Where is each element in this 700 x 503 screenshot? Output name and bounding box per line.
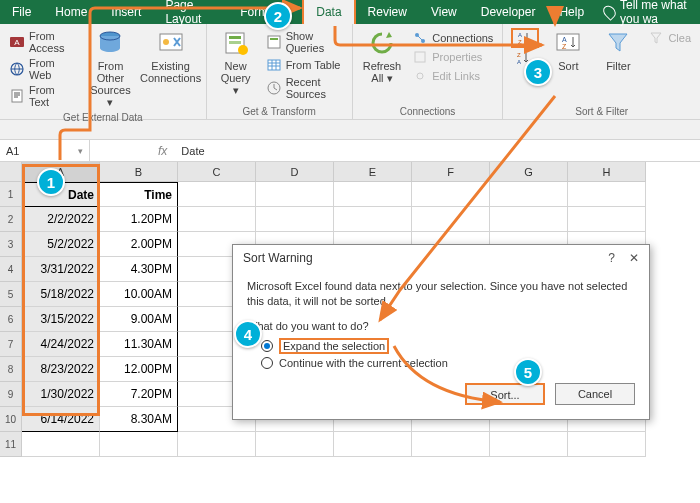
svg-point-7	[163, 39, 169, 45]
select-all-corner[interactable]	[0, 162, 22, 182]
tab-view[interactable]: View	[419, 0, 469, 24]
row-header[interactable]: 5	[0, 282, 22, 307]
col-header[interactable]: G	[490, 162, 568, 182]
dialog-message: Microsoft Excel found data next to your …	[247, 279, 635, 310]
col-header[interactable]: D	[256, 162, 334, 182]
cell[interactable]: 7.20PM	[100, 382, 178, 407]
show-queries-button[interactable]: Show Queries	[263, 29, 346, 55]
cell[interactable]: 4.30PM	[100, 257, 178, 282]
row-header[interactable]: 4	[0, 257, 22, 282]
row-header[interactable]: 9	[0, 382, 22, 407]
tab-review[interactable]: Review	[356, 0, 419, 24]
col-header[interactable]: H	[568, 162, 646, 182]
cell[interactable]: 1/30/2022	[22, 382, 100, 407]
cell[interactable]: 6/14/2022	[22, 407, 100, 432]
col-header[interactable]: C	[178, 162, 256, 182]
step-3: 3	[524, 58, 552, 86]
cell[interactable]: 8.30AM	[100, 407, 178, 432]
row-header[interactable]: 2	[0, 207, 22, 232]
row-header[interactable]: 8	[0, 357, 22, 382]
group-label: Sort & Filter	[509, 104, 694, 119]
row-header[interactable]: 10	[0, 407, 22, 432]
cell[interactable]	[490, 182, 568, 207]
tab-insert[interactable]: Insert	[99, 0, 153, 24]
fx-icon[interactable]: fx	[150, 144, 175, 158]
radio-expand[interactable]: Expand the selection	[261, 338, 635, 354]
newquery-icon	[221, 28, 251, 58]
row-header[interactable]: 7	[0, 332, 22, 357]
cell[interactable]: 12.00PM	[100, 357, 178, 382]
cell[interactable]: 11.30AM	[100, 332, 178, 357]
svg-rect-18	[415, 52, 425, 62]
cancel-button[interactable]: Cancel	[555, 383, 635, 405]
cell[interactable]: 3/15/2022	[22, 307, 100, 332]
cell[interactable]: 1.20PM	[100, 207, 178, 232]
step-1: 1	[37, 168, 65, 196]
cell[interactable]	[334, 182, 412, 207]
cell[interactable]: 5/2/2022	[22, 232, 100, 257]
step-2: 2	[264, 2, 292, 30]
svg-text:A: A	[14, 38, 20, 47]
row-header[interactable]: 3	[0, 232, 22, 257]
refresh-all-button[interactable]: Refresh All ▾	[359, 26, 406, 104]
sort-warning-dialog: Sort Warning ? ✕ Microsoft Excel found d…	[232, 244, 650, 420]
cell[interactable]: 4/24/2022	[22, 332, 100, 357]
cell[interactable]	[256, 182, 334, 207]
cell[interactable]: 10.00AM	[100, 282, 178, 307]
tab-home[interactable]: Home	[43, 0, 99, 24]
cell[interactable]: 2/2/2022	[22, 207, 100, 232]
cell[interactable]: Time	[100, 182, 178, 207]
cell[interactable]	[178, 182, 256, 207]
cell[interactable]: 2.00PM	[100, 232, 178, 257]
cell[interactable]: 5/18/2022	[22, 282, 100, 307]
row-header[interactable]: 11	[0, 432, 22, 457]
sources-icon	[95, 28, 125, 58]
cell[interactable]	[568, 182, 646, 207]
table-icon	[266, 57, 282, 73]
sort-button[interactable]: AZSort	[545, 26, 591, 104]
tab-file[interactable]: File	[0, 0, 43, 24]
from-other-sources-button[interactable]: From Other Sources ▾	[83, 26, 137, 110]
radio-continue[interactable]: Continue with the current selection	[261, 357, 635, 369]
formula-value[interactable]: Date	[175, 145, 210, 157]
tab-help[interactable]: Help	[547, 0, 596, 24]
row-header[interactable]: 1	[0, 182, 22, 207]
row-header[interactable]: 6	[0, 307, 22, 332]
tab-developer[interactable]: Developer	[469, 0, 548, 24]
connections-button[interactable]: Connections	[409, 29, 496, 47]
svg-point-11	[238, 45, 248, 55]
name-box[interactable]: A1	[0, 140, 90, 161]
cell[interactable]: 8/23/2022	[22, 357, 100, 382]
tab-pagelayout[interactable]: Page Layout	[153, 0, 228, 24]
formula-bar: A1 fx Date	[0, 140, 700, 162]
tab-data[interactable]: Data	[302, 0, 355, 24]
cell[interactable]: 9.00AM	[100, 307, 178, 332]
help-button[interactable]: ?	[608, 251, 615, 265]
col-header[interactable]: B	[100, 162, 178, 182]
conn-icon	[412, 30, 428, 46]
svg-text:A: A	[517, 59, 521, 65]
svg-rect-13	[270, 38, 278, 40]
existing-connections-button[interactable]: Existing Connections	[142, 26, 200, 110]
from-web-button[interactable]: From Web	[6, 56, 79, 82]
new-query-button[interactable]: New Query ▾	[213, 26, 259, 104]
sort-az-button[interactable]: AZ	[511, 28, 539, 48]
filter-button[interactable]: Filter	[595, 26, 641, 104]
cell[interactable]	[412, 182, 490, 207]
col-header[interactable]: E	[334, 162, 412, 182]
svg-rect-14	[268, 60, 280, 70]
text-icon	[9, 88, 25, 104]
tell-me[interactable]: Tell me what you wa	[596, 0, 700, 26]
web-icon	[9, 61, 25, 77]
close-button[interactable]: ✕	[629, 251, 639, 265]
properties-button: Properties	[409, 48, 496, 66]
sort-confirm-button[interactable]: Sort...	[465, 383, 545, 405]
svg-text:Z: Z	[562, 43, 567, 50]
from-table-button[interactable]: From Table	[263, 56, 346, 74]
recent-sources-button[interactable]: Recent Sources	[263, 75, 346, 101]
from-access-button[interactable]: AFrom Access	[6, 29, 79, 55]
from-text-button[interactable]: From Text	[6, 83, 79, 109]
cell[interactable]: 3/31/2022	[22, 257, 100, 282]
col-header[interactable]: F	[412, 162, 490, 182]
svg-rect-12	[268, 36, 280, 48]
